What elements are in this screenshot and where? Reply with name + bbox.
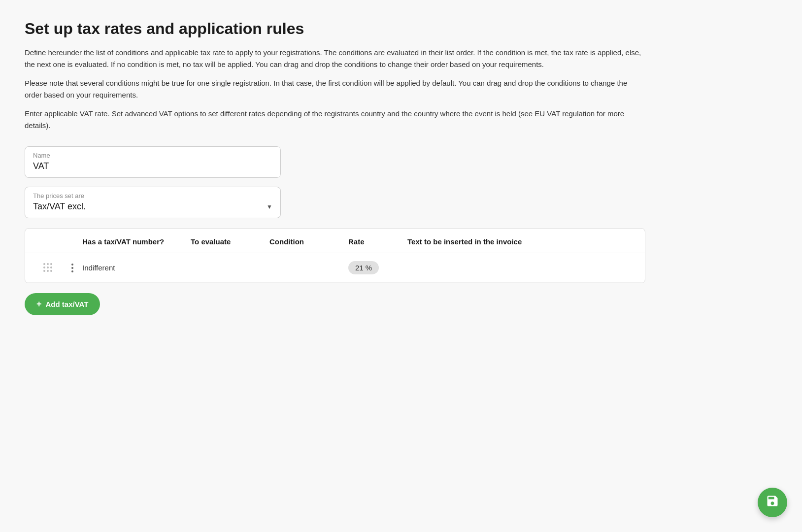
dropdown-arrow-icon: ▼ (267, 203, 272, 210)
prices-value: Tax/VAT excl. (33, 201, 86, 212)
prices-label: The prices set are (33, 192, 272, 200)
col-drag (33, 237, 63, 246)
row-menu-button[interactable] (63, 264, 82, 272)
form-section: Name VAT The prices set are Tax/VAT excl… (25, 146, 777, 218)
cell-tax-vat: Indifferent (82, 264, 191, 272)
dot-2 (71, 267, 73, 269)
col-invoice-header: Text to be inserted in the invoice (407, 237, 637, 246)
table-header: Has a tax/VAT number? To evaluate Condit… (25, 229, 645, 253)
table-row: Indifferent 21 % (25, 253, 645, 283)
col-condition-header: Condition (269, 237, 348, 246)
name-field[interactable]: Name VAT (25, 146, 281, 178)
prices-select[interactable]: Tax/VAT excl. ▼ (33, 201, 272, 212)
save-icon (766, 494, 779, 511)
description-2: Please note that several conditions migh… (25, 77, 645, 101)
col-actions (63, 237, 82, 246)
add-button-label: Add tax/VAT (46, 300, 89, 308)
description-1: Define hereunder the list of conditions … (25, 47, 645, 70)
drag-handle[interactable] (33, 263, 63, 272)
col-evaluate-header: To evaluate (191, 237, 269, 246)
page-title: Set up tax rates and application rules (25, 20, 777, 38)
drag-dots-icon (43, 263, 53, 272)
col-rate-header: Rate (348, 237, 407, 246)
prices-field[interactable]: The prices set are Tax/VAT excl. ▼ (25, 187, 281, 218)
dot-3 (71, 270, 73, 272)
add-tax-vat-button[interactable]: + Add tax/VAT (25, 293, 100, 315)
col-tax-vat-header: Has a tax/VAT number? (82, 237, 191, 246)
rate-badge: 21 % (348, 261, 379, 274)
description-3: Enter applicable VAT rate. Set advanced … (25, 108, 645, 132)
dot-1 (71, 264, 73, 266)
name-value: VAT (33, 161, 49, 171)
fab-save-button[interactable] (758, 488, 787, 517)
tax-rules-table: Has a tax/VAT number? To evaluate Condit… (25, 228, 645, 283)
name-label: Name (33, 152, 272, 159)
cell-rate: 21 % (348, 261, 407, 274)
plus-icon: + (36, 299, 42, 309)
